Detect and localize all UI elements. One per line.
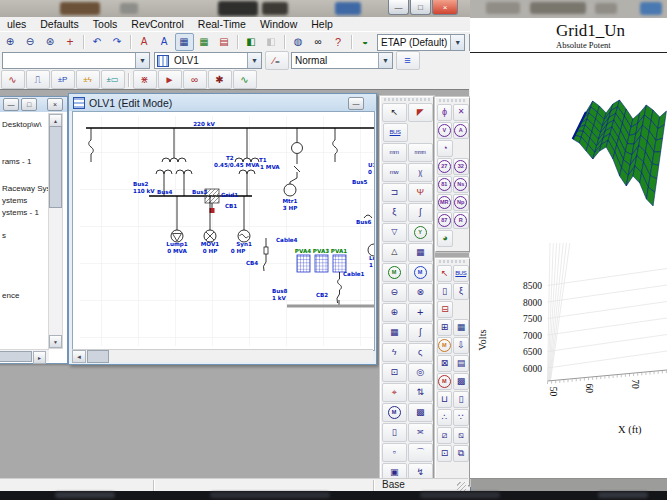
themes-button[interactable]: ▤ bbox=[215, 33, 234, 51]
harmonic-source-button[interactable]: ◎ bbox=[408, 363, 433, 382]
load-flow-button[interactable]: ±P bbox=[51, 70, 75, 89]
annotation-tool-button[interactable]: ∕₌ bbox=[265, 51, 289, 70]
dc-lumped-load-button[interactable]: ⇩ bbox=[453, 337, 469, 354]
transformer-zigzag-button[interactable]: mw bbox=[382, 163, 407, 182]
tree-vertical-scrollbar[interactable]: ▲ ▼ bbox=[48, 113, 63, 349]
tree-item[interactable]: ystems - 1 bbox=[2, 208, 39, 217]
chevron-down-icon[interactable]: ▼ bbox=[135, 53, 149, 68]
generator-button[interactable]: Y bbox=[408, 223, 433, 242]
scroll-down-icon[interactable]: ▼ bbox=[49, 335, 62, 348]
disconnect-switch-button[interactable]: ✕ bbox=[453, 104, 469, 121]
cable-raceway-button[interactable]: ʃ bbox=[408, 323, 433, 342]
zoom-out-button[interactable]: ⊖ bbox=[21, 33, 40, 51]
tree-item[interactable]: ence bbox=[2, 291, 19, 300]
taskbar-item[interactable] bbox=[55, 492, 115, 498]
grid-display-button[interactable]: ▦ bbox=[175, 33, 194, 51]
panel-close-button[interactable]: × bbox=[47, 98, 63, 111]
dc-bus-button[interactable]: BUS bbox=[453, 265, 469, 282]
power-plot-button[interactable]: ◍ bbox=[289, 33, 308, 51]
context-help-button[interactable]: ? bbox=[329, 33, 348, 51]
transmission-line-button[interactable]: Ψ bbox=[408, 183, 433, 202]
battery-button[interactable]: ▯ bbox=[382, 423, 407, 442]
panel-maximize-button[interactable]: □ bbox=[21, 98, 37, 111]
dc-cell-button[interactable]: ⊔ bbox=[437, 391, 453, 408]
reactor-core-button[interactable]: )( bbox=[408, 163, 433, 182]
menu-item-help[interactable]: Help bbox=[304, 18, 340, 30]
area-select-button[interactable]: ◤ bbox=[408, 103, 433, 122]
transient-stability-button[interactable]: ⋇ bbox=[133, 70, 157, 89]
two-way-feeder-button[interactable]: ⇅ bbox=[408, 383, 433, 402]
dc-machine-button[interactable]: M bbox=[437, 373, 453, 390]
motor-starting-button[interactable]: ► bbox=[158, 70, 182, 89]
redo-button[interactable]: ↷ bbox=[108, 33, 127, 51]
ammeter-button[interactable]: A bbox=[453, 122, 469, 139]
short-circuit-button[interactable]: ±ϟ bbox=[76, 70, 100, 89]
transformer-3w-button[interactable]: mmm bbox=[408, 143, 433, 162]
scrollbar-thumb[interactable] bbox=[49, 126, 62, 208]
presentation-combo[interactable]: OLV1 ▼ bbox=[154, 52, 262, 69]
dc-motor-button[interactable]: M bbox=[437, 337, 453, 354]
scroll-left-icon[interactable]: ◄ bbox=[72, 350, 86, 363]
composite-network-button[interactable]: ▦ bbox=[408, 243, 433, 262]
rectifier-button[interactable]: ⧅ bbox=[453, 427, 469, 444]
dc-battery-button[interactable]: ▯ bbox=[437, 283, 453, 300]
taskbar[interactable] bbox=[0, 491, 667, 500]
relay-mr-button[interactable]: MR bbox=[437, 194, 453, 211]
etap-real-time-button[interactable]: ◒ bbox=[356, 33, 375, 51]
switch-button[interactable]: ⌒ bbox=[408, 443, 433, 462]
current-limiting-reactor-button[interactable]: ξ bbox=[382, 203, 407, 222]
taskbar-item[interactable] bbox=[420, 492, 500, 498]
battery-discharge-button[interactable]: ±▭ bbox=[101, 70, 125, 89]
impedance-button[interactable]: ʃ bbox=[408, 203, 433, 222]
static-load-button[interactable]: ⊕ bbox=[382, 303, 407, 322]
check-circuit-button[interactable]: ◧ bbox=[242, 33, 261, 51]
menu-item-real-time[interactable]: Real-Time bbox=[191, 18, 253, 30]
menu-item-tools[interactable]: Tools bbox=[86, 18, 125, 30]
undo-button[interactable]: ↶ bbox=[88, 33, 107, 51]
dc-link-button[interactable]: ∴ bbox=[437, 409, 453, 426]
relay-87-button[interactable]: 87 bbox=[437, 212, 453, 229]
zoom-in-button[interactable]: ⊕ bbox=[1, 33, 20, 51]
grounding-cable-button[interactable]: ς bbox=[408, 343, 433, 362]
harmonic-analysis-button[interactable]: ∿ bbox=[233, 70, 257, 89]
surge-arrester-button[interactable]: ϟ bbox=[382, 343, 407, 362]
bus-tie-button[interactable]: + bbox=[408, 303, 433, 322]
close-button[interactable]: × bbox=[432, 0, 458, 15]
scrollbar-thumb[interactable] bbox=[87, 350, 109, 363]
multimeter-button[interactable]: ◔ bbox=[437, 140, 454, 157]
chevron-down-icon[interactable]: ▼ bbox=[450, 35, 464, 50]
dc-composite-button[interactable]: ⊠ bbox=[437, 355, 453, 372]
remote-control-button[interactable]: ⌖ bbox=[382, 383, 407, 402]
text-box-button[interactable]: A bbox=[135, 33, 154, 51]
dc-converter-button[interactable]: ⊟ bbox=[437, 301, 454, 318]
panel-minimize-button[interactable]: — bbox=[3, 98, 19, 111]
load-profile-button[interactable]: ⎍ bbox=[26, 70, 50, 89]
menu-item-ules[interactable]: ules bbox=[0, 18, 33, 30]
capacitor-button[interactable]: ≍ bbox=[408, 423, 433, 442]
cable-button[interactable]: ⊐ bbox=[382, 183, 407, 202]
find-button[interactable]: ∞ bbox=[309, 33, 328, 51]
diagram-horizontal-scrollbar[interactable]: ◄ bbox=[72, 349, 373, 362]
maximize-button[interactable]: □ bbox=[410, 0, 431, 15]
scrollbar-thumb[interactable] bbox=[0, 351, 32, 362]
gauge-meter-button[interactable]: ◕ bbox=[437, 230, 454, 247]
grid-color-button[interactable]: ▦ bbox=[195, 33, 214, 51]
induction-machine-button[interactable]: M bbox=[382, 263, 407, 282]
waveform-button[interactable]: ∿ bbox=[1, 70, 25, 89]
zoom-fit-button[interactable]: ⊛ bbox=[41, 33, 60, 51]
transformer-2w-button[interactable]: mm bbox=[382, 143, 407, 162]
dc-charger-button[interactable]: ⊞ bbox=[437, 319, 453, 336]
relay-81-button[interactable]: 81 bbox=[437, 176, 453, 193]
pv-array-button[interactable]: ▦ bbox=[453, 319, 469, 336]
reliability-button[interactable]: ∞ bbox=[183, 70, 207, 89]
palette-grip[interactable] bbox=[439, 99, 466, 102]
mov-button[interactable]: ⊗ bbox=[408, 283, 433, 302]
resize-grip[interactable] bbox=[457, 482, 466, 491]
text-edit-button[interactable]: A bbox=[155, 33, 174, 51]
menu-item-window[interactable]: Window bbox=[253, 18, 304, 30]
lumped-load-button[interactable]: ⊖ bbox=[382, 283, 407, 302]
inverter-button[interactable]: ⧄ bbox=[437, 427, 453, 444]
transmission-tower-button[interactable]: △ bbox=[382, 243, 407, 262]
dc-select-cursor-button[interactable]: ↖ bbox=[437, 265, 453, 282]
dc-tie-button[interactable]: ∵ bbox=[453, 409, 469, 426]
